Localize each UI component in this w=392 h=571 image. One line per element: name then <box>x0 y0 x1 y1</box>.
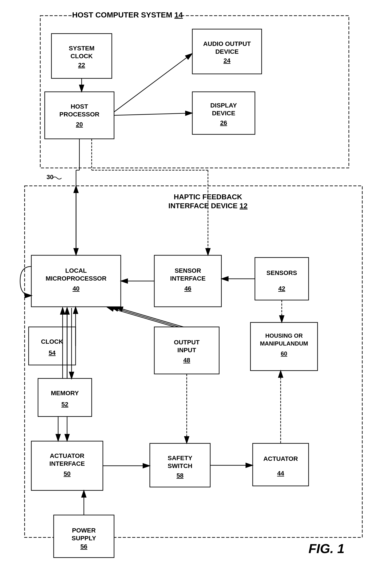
svg-text:AUDIO OUTPUT: AUDIO OUTPUT <box>203 40 251 47</box>
svg-rect-33 <box>255 257 308 300</box>
svg-rect-54 <box>150 443 210 487</box>
svg-text:HOST COMPUTER SYSTEM 14: HOST COMPUTER SYSTEM 14 <box>72 11 183 19</box>
svg-text:MICROPROCESSOR: MICROPROCESSOR <box>46 275 106 282</box>
svg-text:SYSTEM: SYSTEM <box>69 45 94 52</box>
svg-line-67 <box>114 54 192 112</box>
svg-text:INTERFACE: INTERFACE <box>49 460 85 467</box>
svg-text:DISPLAY: DISPLAY <box>210 102 237 109</box>
svg-rect-13 <box>192 29 262 74</box>
svg-text:HAPTIC FEEDBACK: HAPTIC FEEDBACK <box>174 193 242 201</box>
svg-rect-36 <box>29 327 76 365</box>
svg-rect-47 <box>38 378 92 417</box>
svg-rect-9 <box>51 34 112 78</box>
svg-text:CLOCK: CLOCK <box>70 53 93 60</box>
svg-rect-25 <box>31 255 121 307</box>
svg-text:20: 20 <box>76 121 83 128</box>
svg-text:ACTUATOR: ACTUATOR <box>50 452 84 459</box>
svg-rect-43 <box>251 322 318 371</box>
svg-text:OUTPUT: OUTPUT <box>174 339 199 346</box>
svg-text:DEVICE: DEVICE <box>212 110 235 117</box>
svg-rect-29 <box>154 255 221 307</box>
svg-text:50: 50 <box>64 470 70 477</box>
svg-text:SWITCH: SWITCH <box>168 462 192 469</box>
svg-text:26: 26 <box>220 119 227 126</box>
svg-line-68 <box>114 113 192 115</box>
svg-text:58: 58 <box>176 472 183 479</box>
svg-text:SENSOR: SENSOR <box>175 267 201 274</box>
svg-text:46: 46 <box>184 285 191 292</box>
svg-text:SENSORS: SENSORS <box>266 269 297 276</box>
svg-text:INPUT: INPUT <box>177 347 196 354</box>
svg-text:ACTUATOR: ACTUATOR <box>263 455 298 462</box>
svg-text:22: 22 <box>78 61 85 69</box>
svg-rect-61 <box>54 515 114 557</box>
svg-text:44: 44 <box>277 470 284 477</box>
svg-text:MANIPULANDUM: MANIPULANDUM <box>260 340 308 347</box>
svg-rect-3 <box>40 16 349 168</box>
svg-text:DEVICE: DEVICE <box>215 48 238 55</box>
diagram-container: HOST COMPUTER SYSTEM 14 HAPTIC FEEDBACK … <box>14 9 378 560</box>
svg-line-85 <box>107 307 174 327</box>
svg-text:30: 30 <box>46 174 54 180</box>
svg-text:CLOCK: CLOCK <box>41 338 63 345</box>
svg-rect-4 <box>74 14 181 19</box>
svg-rect-58 <box>253 443 308 486</box>
svg-text:48: 48 <box>183 357 190 364</box>
svg-text:60: 60 <box>281 350 287 357</box>
svg-text:54: 54 <box>49 349 56 356</box>
svg-line-87 <box>116 307 183 327</box>
svg-text:INTERFACE DEVICE 12: INTERFACE DEVICE 12 <box>168 202 248 210</box>
svg-text:42: 42 <box>278 285 285 292</box>
svg-text:52: 52 <box>61 401 68 408</box>
svg-text:SAFETY: SAFETY <box>168 454 193 462</box>
svg-text:PROCESSOR: PROCESSOR <box>59 111 99 118</box>
svg-text:56: 56 <box>80 543 87 550</box>
svg-rect-50 <box>31 441 103 490</box>
svg-line-86 <box>112 307 179 327</box>
svg-text:LOCAL: LOCAL <box>65 267 87 274</box>
svg-text:HOST: HOST <box>71 103 88 110</box>
svg-rect-17 <box>45 92 114 139</box>
svg-text:40: 40 <box>72 285 79 292</box>
svg-rect-6 <box>25 186 362 537</box>
svg-text:FIG. 1: FIG. 1 <box>308 541 344 556</box>
svg-text:SUPPLY: SUPPLY <box>71 535 96 542</box>
svg-text:INTERFACE: INTERFACE <box>170 275 206 282</box>
svg-text:24: 24 <box>224 57 231 64</box>
svg-rect-21 <box>192 92 255 134</box>
svg-text:MEMORY: MEMORY <box>51 390 79 397</box>
svg-rect-39 <box>154 327 219 374</box>
svg-text:POWER: POWER <box>72 527 96 534</box>
svg-text:HOUSING OR: HOUSING OR <box>265 332 303 339</box>
arrows-svg: HOST COMPUTER SYSTEM 14 HAPTIC FEEDBACK … <box>14 9 378 560</box>
